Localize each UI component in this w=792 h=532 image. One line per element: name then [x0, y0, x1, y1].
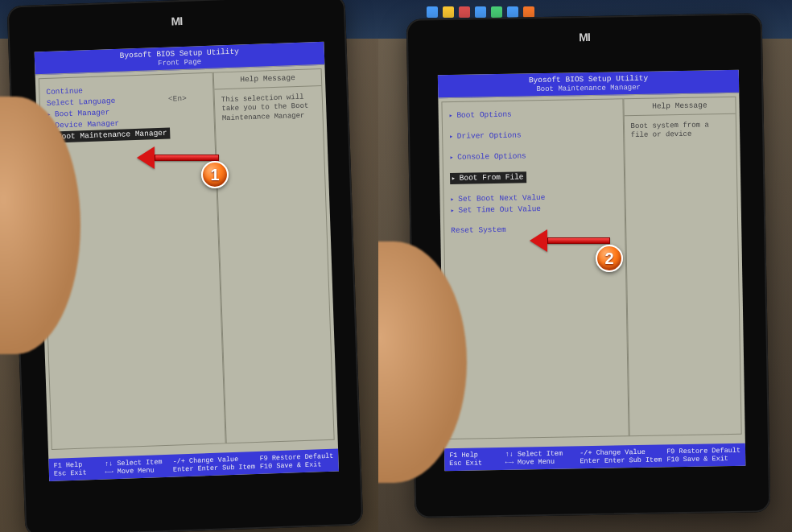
arrow-shaft: [547, 237, 610, 244]
footer-exit: Esc Exit: [449, 459, 501, 468]
footer-enter: Enter Enter Sub Item: [580, 456, 662, 466]
arrow-head-icon: [137, 146, 155, 169]
arrow-head-icon: [530, 229, 547, 252]
language-value: <En>: [168, 94, 187, 105]
footer-move: ←→ Move Menu: [105, 466, 168, 476]
annotation-arrow-2: [530, 229, 610, 252]
mi-logo: MI: [579, 31, 590, 43]
footer-enter: Enter Enter Sub Item: [173, 463, 255, 474]
bios-help-pane: Help Message Boot system from a file or …: [623, 97, 742, 436]
step-badge-2: 2: [596, 245, 623, 272]
monitor-taskbar-icons: [427, 6, 534, 18]
footer-exit: Esc Exit: [54, 468, 101, 479]
photo-step-1: MI Byosoft BIOS Setup Utility Front Page…: [0, 0, 378, 532]
menu-boot-from-file[interactable]: Boot From File: [450, 171, 527, 184]
help-text: This selection will take you to the Boot…: [215, 86, 323, 130]
bios-screen-front-page: Byosoft BIOS Setup Utility Front Page Co…: [35, 42, 339, 481]
help-text: Boot system from a file or device: [624, 114, 736, 147]
bios-footer: F1 Help ↑↓ Select Item -/+ Change Value …: [48, 448, 339, 481]
bios-screen-boot-maintenance: Byosoft BIOS Setup Utility Boot Maintena…: [438, 70, 746, 471]
footer-move: ←→ Move Menu: [505, 458, 575, 468]
tablet-device: MI Byosoft BIOS Setup Utility Boot Maint…: [406, 13, 771, 518]
mi-logo: MI: [171, 14, 182, 27]
bios-help-pane: Help Message This selection will take yo…: [213, 68, 335, 443]
step-badge-1: 1: [201, 161, 229, 188]
arrow-shaft: [155, 155, 219, 161]
photo-step-2: MI Byosoft BIOS Setup Utility Boot Maint…: [378, 0, 792, 532]
footer-save: F10 Save & Exit: [666, 455, 740, 464]
footer-save: F10 Save & Exit: [260, 460, 334, 472]
bios-footer: F1 Help ↑↓ Select Item -/+ Change Value …: [444, 443, 745, 471]
help-header: Help Message: [624, 97, 736, 116]
